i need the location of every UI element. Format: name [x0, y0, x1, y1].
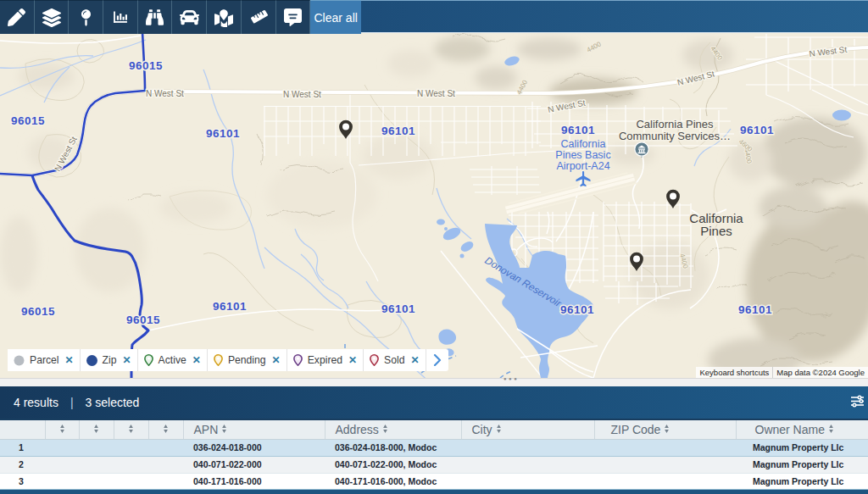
svg-text:96101: 96101	[561, 124, 595, 136]
svg-text:Community Services…: Community Services…	[619, 130, 731, 142]
svg-text:California: California	[561, 138, 606, 150]
svg-text:California Pines: California Pines	[636, 118, 714, 130]
svg-text:96101: 96101	[560, 303, 594, 316]
svg-text:96101: 96101	[206, 127, 240, 140]
svg-text:96015: 96015	[129, 59, 163, 72]
svg-text:N West St: N West St	[417, 89, 455, 98]
svg-text:96101: 96101	[381, 303, 415, 315]
svg-text:N West St: N West St	[146, 89, 184, 98]
svg-text:Pines: Pines	[700, 224, 732, 238]
svg-text:96101: 96101	[740, 124, 774, 136]
svg-text:N West St: N West St	[283, 90, 321, 99]
svg-text:Airport-A24: Airport-A24	[556, 160, 609, 172]
svg-text:Pines Basic: Pines Basic	[555, 149, 610, 161]
svg-text:96015: 96015	[21, 305, 55, 318]
svg-text:96101: 96101	[213, 300, 247, 313]
svg-text:96015: 96015	[11, 114, 45, 127]
svg-text:96101: 96101	[381, 125, 415, 137]
svg-text:96015: 96015	[126, 314, 160, 326]
svg-text:96101: 96101	[738, 303, 772, 316]
